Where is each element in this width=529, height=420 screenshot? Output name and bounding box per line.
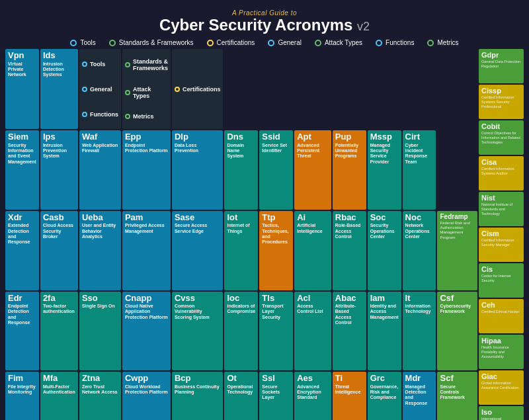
cell-scf[interactable]: Scf Secure Controls Framework xyxy=(437,372,477,420)
cell-iam[interactable]: Iam Identity and Access Management xyxy=(368,292,401,371)
cell-grc[interactable]: Grc Governance, Risk and Compliance xyxy=(368,372,401,420)
cell-cvss[interactable]: Cvss Common Vulnerability Scoring System xyxy=(172,292,224,371)
rbac-name: Role-Based Access Control xyxy=(335,223,364,239)
cell-giac-right[interactable]: Giac Global Information Assurance Certif… xyxy=(479,370,524,405)
cell-cwpp[interactable]: Cwpp Cloud Workload Protection Platform xyxy=(122,372,171,420)
rbac-abbr: Rbac xyxy=(335,213,364,222)
casb-abbr: Casb xyxy=(43,213,75,222)
cell-dns[interactable]: Dns Domain Name System xyxy=(224,130,258,210)
cell-ttp[interactable]: Ttp Tactics, Techniques, and Procedures xyxy=(259,211,293,290)
noc-name: Network Operations Center xyxy=(405,223,434,239)
cvss-abbr: Cvss xyxy=(175,294,221,303)
empty-r1c12 xyxy=(437,49,477,129)
page: A Practical Guide to Cyber Security Acro… xyxy=(0,0,529,420)
cell-ips[interactable]: Ips Intrusion Prevention System xyxy=(40,130,78,210)
fedramp-abbr: Fedramp xyxy=(440,213,475,220)
hipaa-abbr: Hipaa xyxy=(481,337,521,345)
empty-r1c9 xyxy=(333,49,366,129)
cell-sase[interactable]: Sase Secure Access Service Edge xyxy=(172,211,224,290)
cell-waf[interactable]: Waf Web Application Firewall xyxy=(79,130,121,210)
cell-gdpr[interactable]: Gdpr General Data Protection Regulation xyxy=(479,49,524,83)
metrics-dot xyxy=(427,40,434,46)
cell-ztna[interactable]: Ztna Zero Trust Network Access xyxy=(79,372,121,420)
mdr-name: Managed Detection and Response xyxy=(405,384,434,407)
fedramp-name: Federal Risk and Authorization Managemen… xyxy=(440,221,475,240)
tls-abbr: TIs xyxy=(262,294,290,303)
cell-ti[interactable]: Ti Threat Intelligence xyxy=(333,372,366,420)
cisa-abbr: Cisa xyxy=(481,158,521,166)
ssl-abbr: Ssl xyxy=(262,374,290,383)
it-name: Information Technology xyxy=(405,304,434,315)
cell-abac[interactable]: Abac Attribute-Based Access Control xyxy=(333,292,366,371)
cell-casb[interactable]: Casb Cloud Access Security Broker xyxy=(40,211,78,290)
acl-abbr: Acl xyxy=(297,294,329,303)
ueba-name: User and Entity Behavior Analytics xyxy=(82,223,118,239)
cell-it[interactable]: It Information Technology xyxy=(403,292,436,371)
cell-iot[interactable]: Iot Internet of Things xyxy=(224,211,258,290)
vpn-name: Virtual Private Network xyxy=(8,62,36,78)
cell-fim[interactable]: Fim File Integrity Monitoring xyxy=(5,372,39,420)
cell-mssp[interactable]: Mssp Managed Security Service Provider xyxy=(368,130,401,210)
cell-acl[interactable]: Acl Access Control List xyxy=(294,292,331,371)
cism-name: Certified Information Security Manager xyxy=(481,238,521,247)
label-functions: Functions xyxy=(90,111,118,118)
cell-ssid[interactable]: Ssid Service Set Identifier xyxy=(259,130,293,210)
cell-ot[interactable]: Ot Operational Technology xyxy=(224,372,258,420)
cell-apt[interactable]: Apt Advanced Persistent Threat xyxy=(294,130,331,210)
cell-cissp[interactable]: Cissp Certified Information Systems Secu… xyxy=(479,85,524,119)
cell-cirt[interactable]: Cirt Cyber Incident Response Team xyxy=(403,130,436,210)
cell-pup[interactable]: Pup Potentially Unwanted Programs xyxy=(333,130,366,210)
cell-fedramp[interactable]: Fedramp Federal Risk and Authorization M… xyxy=(437,211,477,290)
pam-abbr: Pam xyxy=(125,213,168,222)
cell-cisa[interactable]: Cisa Certified Information Systems Audit… xyxy=(479,156,524,190)
cell-iso-right[interactable]: Iso International Organization for Stand… xyxy=(479,406,524,420)
cnapp-name: Cloud Native Application Protection Plat… xyxy=(125,304,168,320)
siem-name: Security Information and Event Managemen… xyxy=(8,143,36,165)
cell-cobit[interactable]: Cobit Control Objectives for Information… xyxy=(479,120,524,155)
cell-cism[interactable]: Cism Certified Information Security Mana… xyxy=(479,228,524,262)
aes-name: Advanced Encryption Standard xyxy=(297,384,329,401)
cell-csf[interactable]: Csf Cybersecurity Framework xyxy=(437,292,477,371)
cell-rbac[interactable]: Rbac Role-Based Access Control xyxy=(333,211,366,290)
label-standards: Standards & Frameworks xyxy=(133,58,168,71)
ssid-abbr: Ssid xyxy=(262,132,290,142)
cell-noc[interactable]: Noc Network Operations Center xyxy=(403,211,436,290)
cell-pam[interactable]: Pam Privileged Access Management xyxy=(122,211,171,290)
cell-cis-right[interactable]: Cis Center for Internet Security xyxy=(479,263,524,298)
cell-hipaa-right[interactable]: Hipaa Health Insurance Portability and A… xyxy=(479,335,524,369)
cell-bcp[interactable]: Bcp Business Continuity Planning xyxy=(172,372,224,420)
cell-siem[interactable]: Siem Security Information and Event Mana… xyxy=(5,130,39,210)
cell-ueba[interactable]: Ueba User and Entity Behavior Analytics xyxy=(79,211,121,290)
cell-tls[interactable]: TIs Transport Layer Security xyxy=(259,292,293,371)
cell-mdr[interactable]: Mdr Managed Detection and Response xyxy=(403,372,436,420)
ztna-abbr: Ztna xyxy=(82,374,118,383)
dns-name: Domain Name System xyxy=(227,143,255,159)
cell-vpn[interactable]: Vpn Virtual Private Network xyxy=(5,49,39,129)
cell-2fa[interactable]: 2fa Two-factor authentication xyxy=(40,292,78,371)
cell-ai[interactable]: Ai Artificial Intelligence xyxy=(294,211,331,290)
cell-dlp[interactable]: Dlp Data Loss Prevention xyxy=(172,130,224,210)
cell-edr[interactable]: Edr Endpoint Detection and Response xyxy=(5,292,39,371)
cell-aes[interactable]: Aes Advanced Encryption Standard xyxy=(294,372,331,420)
cell-nist[interactable]: Nist National Institute of Standards and… xyxy=(479,192,524,226)
cell-cnapp[interactable]: Cnapp Cloud Native Application Protectio… xyxy=(122,292,171,371)
xdr-name: Extended Detection and Response xyxy=(8,223,36,245)
giac-abbr: Giac xyxy=(481,372,521,380)
ueba-abbr: Ueba xyxy=(82,213,118,222)
sso-abbr: Sso xyxy=(82,294,118,303)
dlp-abbr: Dlp xyxy=(175,132,221,142)
cell-xdr[interactable]: Xdr Extended Detection and Response xyxy=(5,211,39,290)
edr-name: Endpoint Detection and Response xyxy=(8,304,36,326)
bcp-name: Business Continuity Planning xyxy=(175,384,221,396)
cell-ssl[interactable]: Ssl Secure Sockets Layer xyxy=(259,372,293,420)
cell-ioc[interactable]: Ioc Indicators of Compromise xyxy=(224,292,258,371)
ioc-name: Indicators of Compromise xyxy=(227,304,255,315)
cell-mfa[interactable]: Mfa Multi-Factor Authentication xyxy=(40,372,78,420)
it-abbr: It xyxy=(405,294,434,303)
cell-sso[interactable]: Sso Single Sign On xyxy=(79,292,121,371)
abac-name: Attribute-Based Access Control xyxy=(335,304,364,326)
cell-ceh-right[interactable]: Ceh Certified Ethical Hacker xyxy=(479,299,524,333)
cell-ids[interactable]: Ids Intrusion Detection Systems xyxy=(40,49,78,129)
cell-soc[interactable]: Soc Security Operations Center xyxy=(368,211,401,290)
cell-epp[interactable]: Epp Endpoint Protection Platform xyxy=(122,130,171,210)
